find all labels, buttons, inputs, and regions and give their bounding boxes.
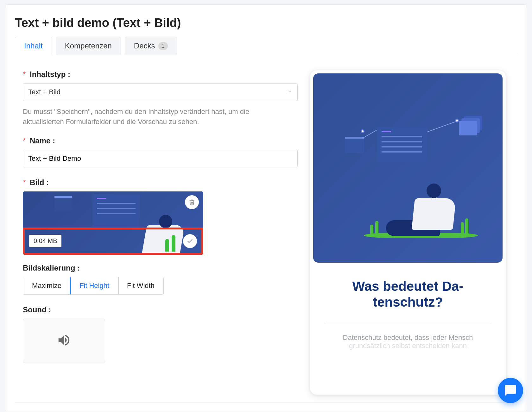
tab-panel: Inhaltstyp Text + Bild Du musst "Speiche… xyxy=(15,55,517,403)
tab-decks[interactable]: Decks 1 xyxy=(125,37,177,55)
scale-option-fit-width[interactable]: Fit Width xyxy=(118,277,163,294)
tab-kompetenzen[interactable]: Kompetenzen xyxy=(56,37,121,55)
label-bild-text: Bild xyxy=(30,178,44,187)
preview-divider xyxy=(326,322,490,322)
label-bild: Bild xyxy=(23,178,298,187)
help-inhaltstyp: Du musst "Speichern", nachdem du den Inh… xyxy=(23,107,273,127)
preview-hero-image xyxy=(313,73,503,263)
preview-heading: Was bedeutet Da­tenschutz? xyxy=(326,278,490,310)
label-inhaltstyp-text: Inhaltstyp xyxy=(30,70,66,78)
page-container: Text + bild demo (Text + Bild) Inhalt Ko… xyxy=(6,4,526,412)
chevron-down-icon xyxy=(287,89,292,96)
tab-kompetenzen-label: Kompetenzen xyxy=(65,41,112,50)
tab-inhalt-label: Inhalt xyxy=(24,41,43,50)
preview-text-line-2: grundsätzlich selbst entscheiden kann xyxy=(326,342,490,350)
form-column: Inhaltstyp Text + Bild Du musst "Speiche… xyxy=(23,70,298,395)
scale-radio-group: Maximize Fit Height Fit Width xyxy=(23,277,164,295)
label-sound: Sound xyxy=(23,305,298,314)
image-footer-highlight: 0.04 MB xyxy=(23,228,203,255)
tabs: Inhalt Kompetenzen Decks 1 xyxy=(15,37,517,55)
label-name-text: Name xyxy=(30,136,50,145)
label-bildskalierung: Bildskalierung xyxy=(23,264,298,272)
scale-option-fit-height[interactable]: Fit Height xyxy=(70,277,118,295)
input-name[interactable] xyxy=(23,150,298,167)
speaker-icon xyxy=(57,333,71,351)
label-inhaltstyp: Inhaltstyp xyxy=(23,70,298,79)
preview-column: Was bedeutet Da­tenschutz? Datenschutz b… xyxy=(307,70,509,395)
sound-upload-box[interactable] xyxy=(23,319,105,363)
delete-image-button[interactable] xyxy=(185,195,199,209)
scale-option-maximize[interactable]: Maximize xyxy=(23,277,71,294)
label-name: Name xyxy=(23,136,298,145)
file-size-pill: 0.04 MB xyxy=(29,235,61,247)
select-inhaltstyp-value: Text + Bild xyxy=(28,88,60,96)
tab-decks-badge: 1 xyxy=(158,42,168,50)
chat-icon xyxy=(504,384,517,397)
select-inhaltstyp[interactable]: Text + Bild xyxy=(23,83,298,101)
preview-card: Was bedeutet Da­tenschutz? Datenschutz b… xyxy=(310,70,506,395)
preview-text-line-1: Datenschutz bedeutet, dass jeder Mensch xyxy=(326,334,490,342)
tab-inhalt[interactable]: Inhalt xyxy=(15,37,52,55)
preview-body: Was bedeutet Da­tenschutz? Datenschutz b… xyxy=(310,266,506,356)
label-bildskalierung-text: Bildskalierung xyxy=(23,264,75,272)
tab-decks-label: Decks xyxy=(134,41,155,50)
confirm-image-button[interactable] xyxy=(183,234,197,248)
label-sound-text: Sound xyxy=(23,305,47,314)
page-title: Text + bild demo (Text + Bild) xyxy=(15,16,517,30)
chat-launcher-button[interactable] xyxy=(498,378,523,403)
image-upload-widget: 0.04 MB xyxy=(23,191,203,255)
